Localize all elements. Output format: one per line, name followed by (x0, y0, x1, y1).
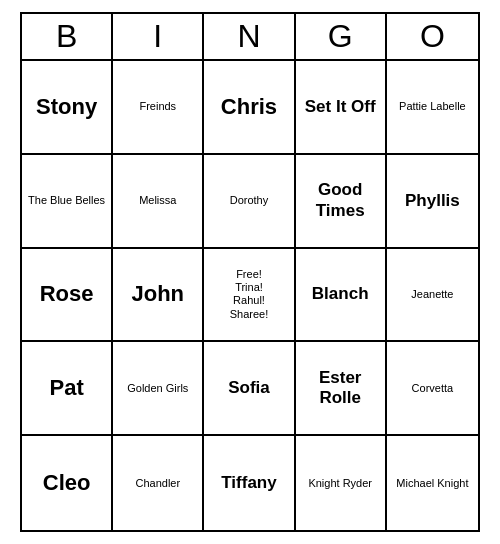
bingo-grid: StonyFreindsChrisSet It OffPattie Labell… (22, 61, 478, 530)
header-letter: I (113, 14, 204, 59)
bingo-cell: The Blue Belles (22, 155, 113, 249)
cell-text: Pattie Labelle (399, 100, 466, 113)
bingo-cell: Corvetta (387, 342, 478, 436)
bingo-cell: Pat (22, 342, 113, 436)
bingo-cell: Ester Rolle (296, 342, 387, 436)
cell-text: Melissa (139, 194, 176, 207)
header-letter: O (387, 14, 478, 59)
bingo-cell: John (113, 249, 204, 343)
bingo-cell: Chandler (113, 436, 204, 530)
bingo-cell: Tiffany (204, 436, 295, 530)
cell-text: Corvetta (412, 382, 454, 395)
cell-text: Free!Trina!Rahul!Sharee! (230, 268, 269, 321)
bingo-cell: Sofia (204, 342, 295, 436)
cell-text: Stony (36, 94, 97, 120)
bingo-header: BINGO (22, 14, 478, 61)
cell-text: Rose (40, 281, 94, 307)
cell-text: Dorothy (230, 194, 269, 207)
bingo-cell: Pattie Labelle (387, 61, 478, 155)
bingo-cell: Rose (22, 249, 113, 343)
cell-text: The Blue Belles (28, 194, 105, 207)
cell-text: Cleo (43, 470, 91, 496)
bingo-cell: Michael Knight (387, 436, 478, 530)
bingo-cell: Stony (22, 61, 113, 155)
cell-text: Ester Rolle (300, 368, 381, 409)
cell-text: Michael Knight (396, 477, 468, 490)
cell-text: Good Times (300, 180, 381, 221)
bingo-cell: Dorothy (204, 155, 295, 249)
bingo-cell: Jeanette (387, 249, 478, 343)
cell-text: Jeanette (411, 288, 453, 301)
cell-text: Blanch (312, 284, 369, 304)
bingo-card: BINGO StonyFreindsChrisSet It OffPattie … (20, 12, 480, 532)
cell-text: Knight Ryder (308, 477, 372, 490)
bingo-cell: Cleo (22, 436, 113, 530)
header-letter: B (22, 14, 113, 59)
bingo-cell: Freinds (113, 61, 204, 155)
bingo-cell: Blanch (296, 249, 387, 343)
bingo-cell: Good Times (296, 155, 387, 249)
bingo-cell: Knight Ryder (296, 436, 387, 530)
cell-text: Pat (49, 375, 83, 401)
bingo-cell: Golden Girls (113, 342, 204, 436)
bingo-cell: Phyllis (387, 155, 478, 249)
bingo-cell: Set It Off (296, 61, 387, 155)
cell-text: Phyllis (405, 191, 460, 211)
bingo-cell: Free!Trina!Rahul!Sharee! (204, 249, 295, 343)
header-letter: G (296, 14, 387, 59)
header-letter: N (204, 14, 295, 59)
cell-text: Tiffany (221, 473, 276, 493)
cell-text: Set It Off (305, 97, 376, 117)
cell-text: Chandler (135, 477, 180, 490)
bingo-cell: Melissa (113, 155, 204, 249)
bingo-cell: Chris (204, 61, 295, 155)
cell-text: Chris (221, 94, 277, 120)
cell-text: Sofia (228, 378, 270, 398)
cell-text: John (132, 281, 185, 307)
cell-text: Freinds (139, 100, 176, 113)
cell-text: Golden Girls (127, 382, 188, 395)
